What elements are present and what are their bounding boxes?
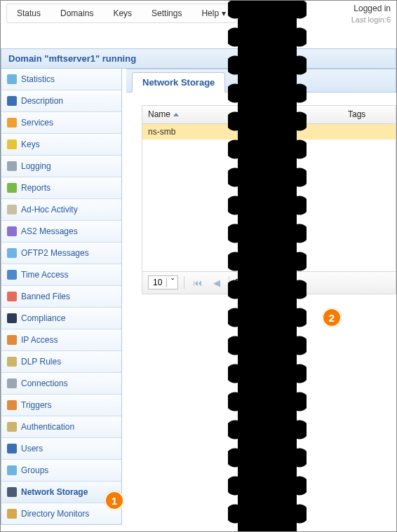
sidebar-icon	[7, 205, 17, 214]
sidebar-icon	[7, 226, 17, 236]
sidebar-item-statistics[interactable]: Statistics	[1, 69, 121, 90]
torn-edge-decoration	[238, 0, 297, 532]
sidebar-icon	[7, 400, 17, 410]
sidebar-item-label: Reports	[21, 183, 51, 193]
sidebar-item-directory-monitors[interactable]: Directory Monitors	[1, 503, 121, 524]
page-size-select[interactable]: 10ˇ	[148, 275, 178, 289]
domain-status-bar: Domain "mftserver1" running	[1, 48, 396, 69]
caret-down-icon: ▾	[222, 8, 226, 18]
logged-in-text: Logged in	[351, 4, 391, 15]
sidebar-item-connections[interactable]: Connections	[1, 372, 121, 394]
sidebar-item-label: Triggers	[21, 400, 52, 410]
sidebar-icon	[7, 118, 17, 128]
sidebar-item-label: Groups	[21, 465, 48, 475]
sidebar-item-logging[interactable]: Logging	[1, 155, 121, 177]
menu-domains[interactable]: Domains	[51, 4, 103, 22]
sidebar-item-users[interactable]: Users	[1, 437, 121, 459]
sort-asc-icon	[173, 113, 179, 116]
sidebar-item-label: Compliance	[21, 313, 65, 323]
sidebar-item-label: Keys	[21, 139, 40, 149]
sidebar-icon	[7, 444, 17, 453]
sidebar-icon	[7, 335, 17, 345]
top-menu: Status Domains Keys Settings Help▾	[6, 4, 236, 23]
sidebar-item-label: Users	[21, 444, 43, 453]
sidebar-icon	[7, 509, 17, 519]
sidebar-icon	[7, 292, 17, 301]
sidebar-icon	[7, 378, 17, 388]
sidebar-item-label: OFTP2 Messages	[21, 248, 89, 258]
sidebar-item-label: Statistics	[21, 74, 55, 84]
sidebar-item-compliance[interactable]: Compliance	[1, 307, 121, 329]
sidebar-item-time-access[interactable]: Time Access	[1, 264, 121, 285]
sidebar-item-label: Logging	[21, 161, 51, 171]
sidebar-icon	[7, 313, 17, 323]
sidebar-icon	[7, 139, 17, 149]
sidebar-item-label: Network Storage	[21, 487, 88, 497]
sidebar-item-label: Services	[21, 118, 53, 128]
menu-status[interactable]: Status	[7, 4, 51, 22]
sidebar-item-label: DLP Rules	[21, 357, 61, 367]
menu-keys[interactable]: Keys	[103, 4, 142, 22]
sidebar-icon	[7, 74, 17, 84]
sidebar-item-ad-hoc-activity[interactable]: Ad-Hoc Activity	[1, 198, 121, 220]
sidebar-item-label: Ad-Hoc Activity	[21, 205, 78, 214]
sidebar-item-keys[interactable]: Keys	[1, 133, 121, 155]
sidebar-item-ip-access[interactable]: IP Access	[1, 329, 121, 350]
sidebar-icon	[7, 183, 17, 193]
sidebar-item-oftp2-messages[interactable]: OFTP2 Messages	[1, 242, 121, 264]
sidebar-item-groups[interactable]: Groups	[1, 459, 121, 481]
sidebar-icon	[7, 422, 17, 432]
callout-1: 1	[105, 491, 124, 510]
sidebar-item-banned-files[interactable]: Banned Files	[1, 285, 121, 307]
sidebar-item-as2-messages[interactable]: AS2 Messages	[1, 220, 121, 242]
sidebar-item-label: Connections	[21, 378, 68, 388]
sidebar-item-description[interactable]: Description	[1, 90, 121, 111]
sidebar-icon	[7, 357, 17, 367]
menu-settings[interactable]: Settings	[142, 4, 191, 22]
sidebar-item-label: IP Access	[21, 335, 58, 345]
sidebar-icon	[7, 248, 17, 258]
sidebar: StatisticsDescriptionServicesKeysLogging…	[1, 69, 122, 525]
sidebar-icon	[7, 161, 17, 171]
sidebar-item-dlp-rules[interactable]: DLP Rules	[1, 350, 121, 372]
pager-first-button[interactable]: ⏮	[190, 278, 205, 288]
sidebar-item-authentication[interactable]: Authentication	[1, 416, 121, 437]
tab-network-storage[interactable]: Network Storage	[132, 72, 225, 93]
sidebar-icon	[7, 96, 17, 106]
pager-prev-button[interactable]: ◀	[210, 278, 223, 288]
last-login-text: Last login:6	[351, 15, 391, 25]
sidebar-item-label: Banned Files	[21, 292, 70, 301]
sidebar-item-label: AS2 Messages	[21, 226, 78, 236]
chevron-down-icon: ˇ	[166, 278, 177, 287]
sidebar-icon	[7, 487, 17, 497]
sidebar-icon	[7, 270, 17, 280]
sidebar-item-network-storage[interactable]: Network Storage	[1, 481, 121, 503]
sidebar-item-label: Authentication	[21, 422, 74, 432]
sidebar-icon	[7, 465, 17, 475]
col-tags[interactable]: Tags	[342, 109, 396, 119]
sidebar-item-triggers[interactable]: Triggers	[1, 394, 121, 416]
sidebar-item-label: Directory Monitors	[21, 509, 89, 519]
sidebar-item-services[interactable]: Services	[1, 111, 121, 133]
divider	[184, 276, 184, 289]
sidebar-item-label: Time Access	[21, 270, 69, 280]
login-info: Logged in Last login:6	[351, 4, 391, 25]
sidebar-item-reports[interactable]: Reports	[1, 177, 121, 198]
callout-2: 2	[322, 308, 342, 327]
sidebar-item-label: Description	[21, 96, 63, 106]
